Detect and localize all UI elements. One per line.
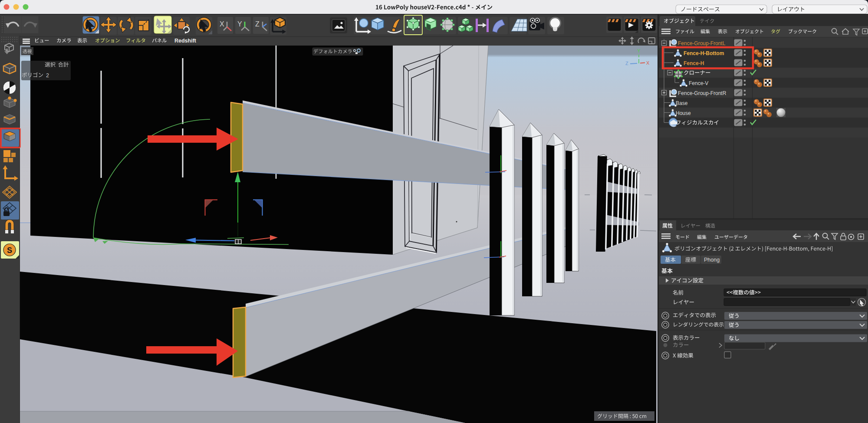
svg-text:Fence-H: Fence-H — [684, 60, 704, 66]
svg-text:Fence-Group-FrontR: Fence-Group-FrontR — [678, 90, 727, 96]
svg-text:Fence-V: Fence-V — [689, 80, 708, 86]
svg-text:House: House — [676, 110, 691, 116]
svg-text:Redshift: Redshift — [174, 38, 197, 44]
svg-text:X: X — [220, 20, 224, 28]
svg-text:Y: Y — [637, 48, 641, 53]
svg-text:Phong: Phong — [704, 257, 720, 263]
svg-text:X: X — [646, 60, 650, 66]
svg-text:Base: Base — [676, 100, 688, 106]
svg-text:Fence-Group-FrontL: Fence-Group-FrontL — [678, 40, 726, 46]
svg-text:2: 2 — [46, 72, 49, 79]
svg-text:Fence-H-Bottom: Fence-H-Bottom — [684, 50, 724, 56]
svg-text:Z: Z — [255, 20, 260, 28]
svg-text:Z: Z — [625, 61, 628, 66]
svg-text:S: S — [7, 246, 12, 255]
svg-text:Y: Y — [237, 20, 242, 28]
